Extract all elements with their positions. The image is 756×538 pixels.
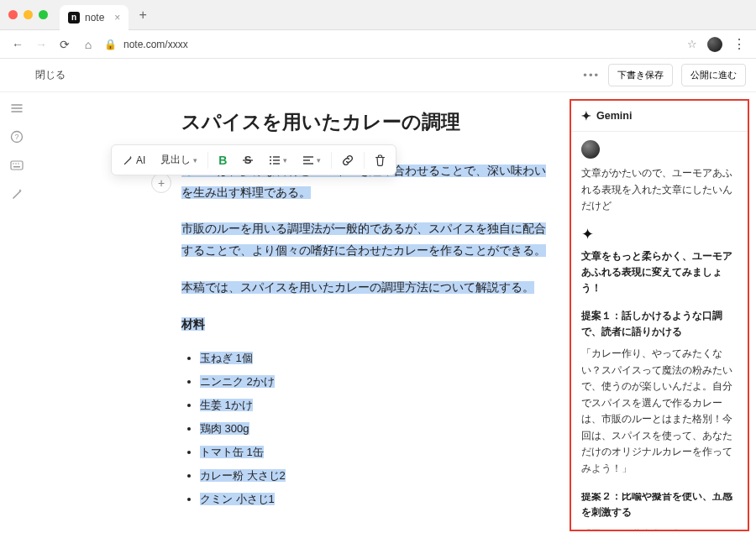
forward-button[interactable]: → xyxy=(34,38,49,51)
article-body[interactable]: カレーは、多様な食材とスパイスを組み合わせることで、深い味わいを生み出す料理であ… xyxy=(181,160,556,507)
list-item[interactable]: トマト缶 1缶 xyxy=(200,446,264,458)
separator xyxy=(207,152,208,169)
paragraph[interactable]: 市販のルーを用いる調理法が一般的であるが、スパイスを独自に配合することで、より個… xyxy=(181,222,546,257)
save-draft-button[interactable]: 下書き保存 xyxy=(608,64,673,86)
window-minimize[interactable] xyxy=(24,10,33,19)
assistant-heading: 文章をもっと柔らかく、ユーモアあふれる表現に変えてみましょう！ xyxy=(581,248,738,297)
heading-label: 見出し xyxy=(160,153,191,167)
browser-menu-icon[interactable]: ⋮ xyxy=(732,36,746,52)
chevron-down-icon: ▾ xyxy=(317,156,321,165)
user-message: 文章がかたいので、ユーモアあふれる表現を入れた文章にしたいんだけど xyxy=(581,165,738,215)
article-title[interactable]: スパイスを用いたカレーの調理 xyxy=(181,109,556,135)
proposal-2-body: 「玉ねぎが黄金色に色づくまでじっくり炒めると、キッチン中に食欲をそそる香りが広が… xyxy=(581,526,738,530)
trash-button[interactable] xyxy=(368,150,392,170)
more-menu-icon[interactable]: ••• xyxy=(583,69,600,81)
bookmark-icon[interactable]: ☆ xyxy=(687,38,697,50)
sparkle-icon: ✦ xyxy=(581,225,738,243)
chevron-down-icon: ▾ xyxy=(193,156,197,165)
panel-brand: Gemini xyxy=(596,110,632,122)
list-menu[interactable]: ▾ xyxy=(262,151,294,170)
left-rail: ? xyxy=(0,92,34,538)
proposal-1-title: 提案１：話しかけるような口調で、読者に語りかける xyxy=(581,308,738,339)
link-button[interactable] xyxy=(335,150,360,170)
list-item[interactable]: 生姜 1かけ xyxy=(200,399,253,411)
url-text: note.com/xxxx xyxy=(123,39,188,50)
ai-label: AI xyxy=(136,154,145,166)
svg-text:?: ? xyxy=(14,133,18,141)
heading-2[interactable]: 材料 xyxy=(181,317,205,331)
profile-avatar[interactable] xyxy=(707,37,722,52)
svg-point-11 xyxy=(270,159,271,161)
back-button[interactable]: ← xyxy=(10,38,25,51)
new-tab-button[interactable]: + xyxy=(135,4,150,26)
list-item[interactable]: ニンニク 2かけ xyxy=(200,375,275,388)
tab-close-icon[interactable]: × xyxy=(114,12,120,24)
heading-menu[interactable]: 見出し ▾ xyxy=(154,149,204,171)
help-icon[interactable]: ? xyxy=(9,129,24,144)
ai-button[interactable]: AI xyxy=(115,150,152,170)
separator xyxy=(364,152,365,169)
chevron-down-icon: ▾ xyxy=(283,156,287,165)
home-button[interactable]: ⌂ xyxy=(81,38,96,51)
url-bar[interactable]: 🔒 note.com/xxxx xyxy=(104,39,679,50)
window-close[interactable] xyxy=(8,10,18,19)
fade-overlay xyxy=(571,467,748,493)
align-menu[interactable]: ▾ xyxy=(296,151,328,170)
svg-point-9 xyxy=(270,156,271,158)
browser-tab[interactable]: n note × xyxy=(60,5,129,30)
svg-point-13 xyxy=(270,163,271,165)
list-item[interactable]: 鶏肉 300g xyxy=(200,422,249,435)
favicon-icon: n xyxy=(68,12,80,24)
list-item[interactable]: クミン 小さじ1 xyxy=(200,493,275,505)
proposal-2-title: 提案２：比喩や擬音を使い、五感を刺激する xyxy=(581,488,738,520)
publish-button[interactable]: 公開に進む xyxy=(681,64,746,86)
close-link[interactable]: 閉じる xyxy=(35,68,66,82)
insert-block-button[interactable]: + xyxy=(151,173,171,193)
gemini-panel: ✦ Gemini 文章がかたいので、ユーモアあふれる表現を入れた文章にしたいんだ… xyxy=(571,101,748,530)
reload-button[interactable]: ⟳ xyxy=(57,38,72,51)
user-avatar xyxy=(581,140,600,159)
svg-point-3 xyxy=(13,163,14,165)
svg-point-4 xyxy=(15,163,17,165)
wand-icon[interactable] xyxy=(9,186,24,201)
svg-point-5 xyxy=(18,163,19,165)
keyboard-icon[interactable] xyxy=(9,158,24,173)
list-item[interactable]: カレー粉 大さじ2 xyxy=(200,469,286,482)
sparkle-icon: ✦ xyxy=(581,109,591,123)
strike-button[interactable]: S xyxy=(235,150,260,170)
svg-rect-6 xyxy=(13,166,20,168)
selection-toolbar: AI 見出し ▾ B S ▾ ▾ xyxy=(111,144,396,175)
paragraph[interactable]: 本稿では、スパイスを用いたカレーの調理方法について解説する。 xyxy=(181,281,534,294)
bold-button[interactable]: B xyxy=(212,149,234,171)
svg-rect-2 xyxy=(11,161,23,170)
window-zoom[interactable] xyxy=(39,10,48,19)
lock-icon: 🔒 xyxy=(104,39,117,50)
ingredient-list[interactable]: 玉ねぎ 1個 ニンニク 2かけ 生姜 1かけ 鶏肉 300g トマト缶 1缶 カ… xyxy=(181,351,556,507)
menu-icon[interactable] xyxy=(9,101,24,116)
separator xyxy=(331,152,332,169)
proposal-1-body: 「カレー作り、やってみたくない？スパイスって魔法の粉みたいで、使うのが楽しいんだ… xyxy=(581,346,738,477)
tab-title: note xyxy=(85,12,104,24)
list-item[interactable]: 玉ねぎ 1個 xyxy=(200,352,253,364)
